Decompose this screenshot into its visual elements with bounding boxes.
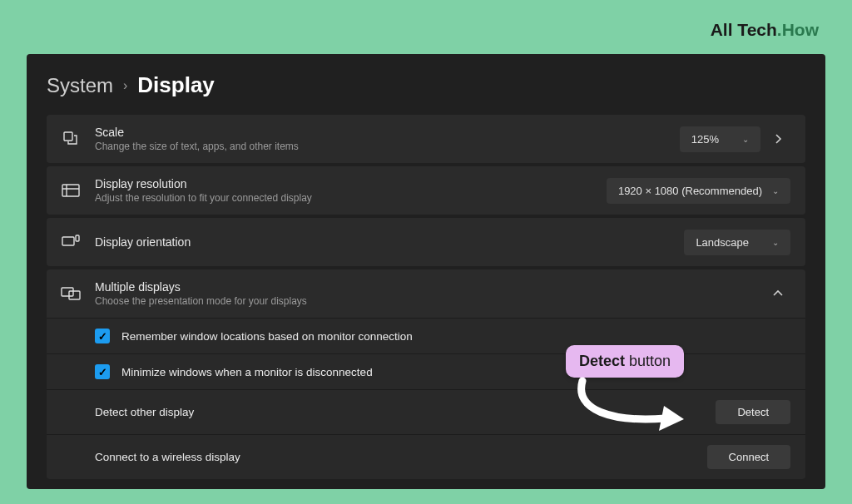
chevron-down-icon: ⌄ xyxy=(772,238,779,247)
scale-icon xyxy=(57,125,85,153)
resolution-icon xyxy=(57,176,85,205)
multiple-displays-row[interactable]: Multiple displays Choose the presentatio… xyxy=(47,269,805,318)
remember-locations-label: Remember window locations based on monit… xyxy=(121,330,413,343)
chevron-down-icon: ⌄ xyxy=(742,135,749,144)
multiple-displays-sub: Choose the presentation mode for your di… xyxy=(95,295,765,307)
svg-rect-4 xyxy=(62,288,73,296)
orientation-dropdown[interactable]: Landscape ⌄ xyxy=(684,230,790,255)
scale-dropdown[interactable]: 125% ⌄ xyxy=(680,126,760,152)
chevron-right-icon: › xyxy=(123,78,127,93)
remember-locations-checkbox[interactable]: ✓ xyxy=(95,329,110,343)
breadcrumb-display: Display xyxy=(137,72,215,98)
site-logo: All Tech.How xyxy=(711,20,819,40)
minimize-windows-checkbox[interactable]: ✓ xyxy=(95,364,110,379)
resolution-value: 1920 × 1080 (Recommended) xyxy=(618,185,762,197)
scale-value: 125% xyxy=(691,133,719,146)
detect-display-label: Detect other display xyxy=(95,406,194,418)
connect-wireless-row: Connect to a wireless display Connect xyxy=(47,434,805,479)
connect-wireless-label: Connect to a wireless display xyxy=(95,451,240,463)
svg-rect-5 xyxy=(69,291,80,299)
remember-locations-row[interactable]: ✓ Remember window locations based on mon… xyxy=(47,318,805,353)
multiple-displays-text: Multiple displays Choose the presentatio… xyxy=(95,280,765,307)
scale-title: Scale xyxy=(95,126,680,139)
orientation-row[interactable]: Display orientation Landscape ⌄ xyxy=(47,218,805,266)
resolution-dropdown[interactable]: 1920 × 1080 (Recommended) ⌄ xyxy=(607,178,790,204)
connect-button[interactable]: Connect xyxy=(707,445,790,469)
breadcrumb: System › Display xyxy=(47,72,805,98)
logo-text-2: .How xyxy=(777,20,819,39)
scale-text: Scale Change the size of text, apps, and… xyxy=(95,126,680,152)
resolution-sub: Adjust the resolution to fit your connec… xyxy=(95,192,607,204)
chevron-down-icon: ⌄ xyxy=(772,186,779,195)
svg-rect-2 xyxy=(62,237,74,245)
orientation-text: Display orientation xyxy=(95,235,684,249)
resolution-text: Display resolution Adjust the resolution… xyxy=(95,177,607,204)
multiple-displays-title: Multiple displays xyxy=(95,280,765,294)
svg-rect-3 xyxy=(76,235,79,241)
breadcrumb-system[interactable]: System xyxy=(47,74,113,97)
orientation-value: Landscape xyxy=(696,236,749,249)
detect-display-row: Detect other display Detect xyxy=(47,389,805,434)
svg-rect-0 xyxy=(64,132,72,141)
logo-text-1: All Tech xyxy=(711,20,777,39)
minimize-windows-row[interactable]: ✓ Minimize windows when a monitor is dis… xyxy=(47,353,805,389)
scale-row[interactable]: Scale Change the size of text, apps, and… xyxy=(47,115,805,163)
multiple-displays-icon xyxy=(57,279,85,308)
detect-button[interactable]: Detect xyxy=(716,400,790,424)
minimize-windows-label: Minimize windows when a monitor is disco… xyxy=(121,366,373,378)
settings-window: System › Display Scale Change the size o… xyxy=(27,54,825,489)
annotation-callout: Detect button xyxy=(566,345,684,378)
callout-text: button xyxy=(625,353,671,369)
collapse-button[interactable] xyxy=(765,289,790,298)
resolution-row[interactable]: Display resolution Adjust the resolution… xyxy=(47,166,805,215)
callout-bold: Detect xyxy=(579,353,625,369)
scale-sub: Change the size of text, apps, and other… xyxy=(95,141,680,152)
orientation-title: Display orientation xyxy=(95,235,684,249)
svg-rect-1 xyxy=(62,185,79,196)
orientation-icon xyxy=(57,228,85,256)
resolution-title: Display resolution xyxy=(95,177,607,190)
scale-more-button[interactable] xyxy=(765,126,790,151)
